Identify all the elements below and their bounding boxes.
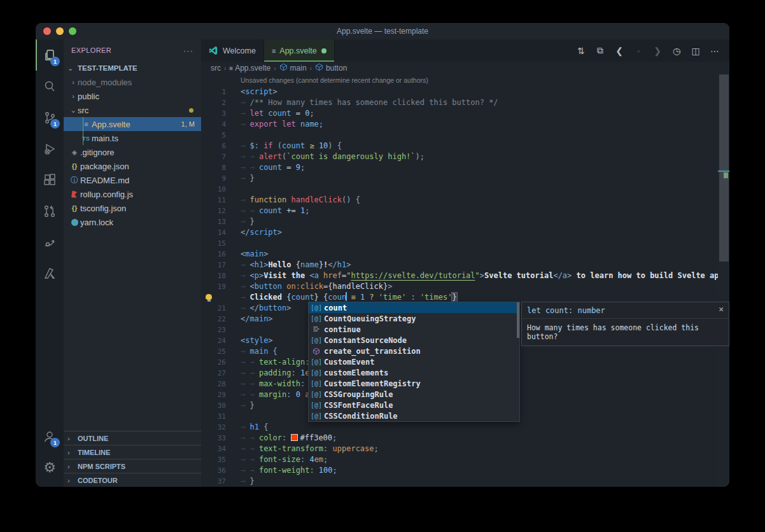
- code-line-12[interactable]: 12→ → count += 1;: [201, 206, 718, 216]
- activity-explorer-icon[interactable]: 1: [36, 39, 64, 71]
- code-line-10[interactable]: 10: [201, 184, 718, 195]
- color-swatch[interactable]: [291, 434, 298, 441]
- code-line-14[interactable]: 14</script>: [201, 227, 718, 238]
- section-codetour[interactable]: ›CODETOUR: [64, 473, 201, 487]
- code-line-18[interactable]: 18→ <p>Visit the <a href="https://svelte…: [201, 270, 718, 281]
- code-line-33[interactable]: 33→ → color: #ff3e00;: [201, 433, 718, 444]
- activity-bar: 111⚙: [36, 39, 64, 487]
- overview-ruler[interactable]: [718, 74, 729, 487]
- file-row-package-json[interactable]: {}package.json: [64, 159, 201, 173]
- close-icon[interactable]: ✕: [719, 304, 724, 314]
- code-line-1[interactable]: 1<script>: [201, 87, 718, 97]
- file-row-tsconfig-json[interactable]: {}tsconfig.json: [64, 201, 201, 215]
- code-line-13[interactable]: 13→ }: [201, 216, 718, 227]
- activity-settings-icon[interactable]: ⚙: [36, 452, 64, 483]
- suggest-scrollbar[interactable]: [517, 302, 519, 338]
- activity-pull-requests-icon[interactable]: [36, 195, 64, 227]
- file-row-yarn-lock[interactable]: yarn.lock: [64, 215, 201, 229]
- activity-live-share-icon[interactable]: [36, 227, 64, 258]
- code-line-17[interactable]: 17→ <h1>Hello {name}!</h1>: [201, 260, 718, 270]
- code-line-7[interactable]: 7→ → alert(`count is dangerously high!`)…: [201, 151, 718, 162]
- previous-change-icon[interactable]: ❮: [611, 46, 628, 56]
- lightbulb-icon[interactable]: [206, 294, 212, 300]
- activity-accounts-icon[interactable]: 1: [36, 421, 64, 452]
- split-editor-icon[interactable]: ◫: [687, 46, 704, 56]
- section-npm-scripts[interactable]: ›NPM SCRIPTS: [64, 459, 201, 473]
- explorer-more-actions-icon[interactable]: ···: [183, 46, 193, 55]
- code-line-4[interactable]: 4→ export let name;: [201, 119, 718, 130]
- code-line-19[interactable]: 19→ <button on:click={handleClick}>: [201, 281, 718, 292]
- breadcrumb-item-button[interactable]: button: [315, 63, 347, 73]
- code-line-9[interactable]: 9→ }: [201, 173, 718, 184]
- section-outline[interactable]: ›OUTLINE: [64, 431, 201, 445]
- code-line-16[interactable]: 16<main>: [201, 249, 718, 260]
- activity-azure-icon[interactable]: [36, 258, 64, 289]
- activity-search-icon[interactable]: [36, 71, 64, 102]
- tree-root-test-template[interactable]: ⌄ TEST-TEMPLATE: [64, 61, 201, 75]
- suggest-item-continue[interactable]: continue: [309, 324, 519, 335]
- code-line-37[interactable]: 37→ }: [201, 476, 718, 487]
- badge: 1: [50, 119, 60, 129]
- file-row-public[interactable]: ›public: [64, 89, 201, 103]
- file-row-app-svelte[interactable]: ≡App.svelte1, M: [64, 117, 201, 131]
- code-line-8[interactable]: 8→ → count = 9;: [201, 162, 718, 173]
- suggest-item-cssfontfacerule[interactable]: [@]CSSFontFaceRule: [309, 400, 519, 410]
- suggest-item-constantsourcenode[interactable]: [@]ConstantSourceNode: [309, 335, 519, 346]
- suggest-item-count[interactable]: [@]count: [309, 302, 519, 313]
- tab-app-svelte[interactable]: ≡App.svelte: [264, 39, 335, 62]
- open-preview-icon[interactable]: ⧉: [592, 45, 608, 56]
- tab-welcome[interactable]: Welcome: [201, 39, 264, 62]
- code-editor[interactable]: Unsaved changes (cannot determine recent…: [201, 74, 729, 487]
- line-number: 24: [201, 335, 226, 346]
- more-actions-icon[interactable]: ⋯: [706, 46, 723, 56]
- current-change-icon[interactable]: ◦: [630, 46, 647, 56]
- suggest-signature: let count: number: [522, 302, 729, 318]
- activity-source-control-icon[interactable]: 1: [36, 102, 64, 133]
- code-line-36[interactable]: 36→ → font-weight: 100;: [201, 465, 718, 476]
- line-number: 23: [201, 325, 226, 335]
- breadcrumb-item-app-svelte[interactable]: ≡App.svelte: [229, 64, 270, 73]
- breadcrumb-separator: ›: [310, 65, 312, 72]
- file-row-rollup-config-js[interactable]: rollup.config.js: [64, 187, 201, 201]
- codelens-unsaved-changes[interactable]: Unsaved changes (cannot determine recent…: [241, 76, 428, 84]
- code-line-5[interactable]: 5: [201, 130, 718, 141]
- symbol-var-icon: [@]: [309, 315, 324, 322]
- chevron-right-icon: ›: [67, 435, 78, 442]
- git-compare-icon[interactable]: ⇅: [573, 46, 589, 56]
- suggest-item-cssconditionrule[interactable]: [@]CSSConditionRule: [309, 410, 519, 421]
- overview-change-marker: [724, 172, 728, 178]
- suggest-item-customelements[interactable]: [@]customElements: [309, 367, 519, 378]
- line-number: 14: [201, 227, 226, 238]
- suggest-item-customevent[interactable]: [@]CustomEvent: [309, 356, 519, 367]
- file-row-main-ts[interactable]: TSmain.ts: [64, 131, 201, 145]
- timeline-history-icon[interactable]: ◷: [668, 46, 685, 56]
- suggest-item-create_out_transition[interactable]: create_out_transition: [309, 346, 519, 356]
- file-label: public: [78, 92, 99, 101]
- file-row-readme-md[interactable]: ⓘREADME.md: [64, 173, 201, 187]
- next-change-icon[interactable]: ❯: [649, 46, 666, 56]
- suggest-item-cssgroupingrule[interactable]: [@]CSSGroupingRule: [309, 389, 519, 400]
- scrollbar-thumb[interactable]: [719, 74, 729, 262]
- code-line-32[interactable]: 32→ h1 {: [201, 422, 718, 433]
- suggest-item-customelementregistry[interactable]: [@]CustomElementRegistry: [309, 378, 519, 389]
- line-number: 37: [201, 476, 226, 487]
- breadcrumb-item-src[interactable]: src: [211, 64, 221, 73]
- code-line-3[interactable]: 3→ let count = 0;: [201, 108, 718, 119]
- suggest-label: count: [324, 304, 347, 312]
- code-line-35[interactable]: 35→ → font-size: 4em;: [201, 454, 718, 465]
- activity-run-debug-icon[interactable]: [36, 133, 64, 164]
- code-line-11[interactable]: 11→ function handleClick() {: [201, 195, 718, 206]
- suggest-label: continue: [324, 325, 361, 334]
- file-row-src[interactable]: ⌄src: [64, 103, 201, 117]
- section-timeline[interactable]: ›TIMELINE: [64, 445, 201, 459]
- breadcrumb-item-main[interactable]: main: [279, 63, 307, 73]
- suggest-item-countqueuingstrategy[interactable]: [@]CountQueuingStrategy: [309, 313, 519, 324]
- line-number: 18: [201, 270, 226, 281]
- file-row-gitignore[interactable]: ◈.gitignore: [64, 145, 201, 159]
- code-line-2[interactable]: 2→ /** How many times has someone clicke…: [201, 97, 718, 108]
- activity-extensions-icon[interactable]: [36, 164, 64, 195]
- code-line-15[interactable]: 15: [201, 238, 718, 249]
- code-line-6[interactable]: 6→ $: if (count ≥ 10) {: [201, 141, 718, 151]
- code-line-34[interactable]: 34→ → text-transform: uppercase;: [201, 444, 718, 454]
- file-row-node_modules[interactable]: ›node_modules: [64, 75, 201, 89]
